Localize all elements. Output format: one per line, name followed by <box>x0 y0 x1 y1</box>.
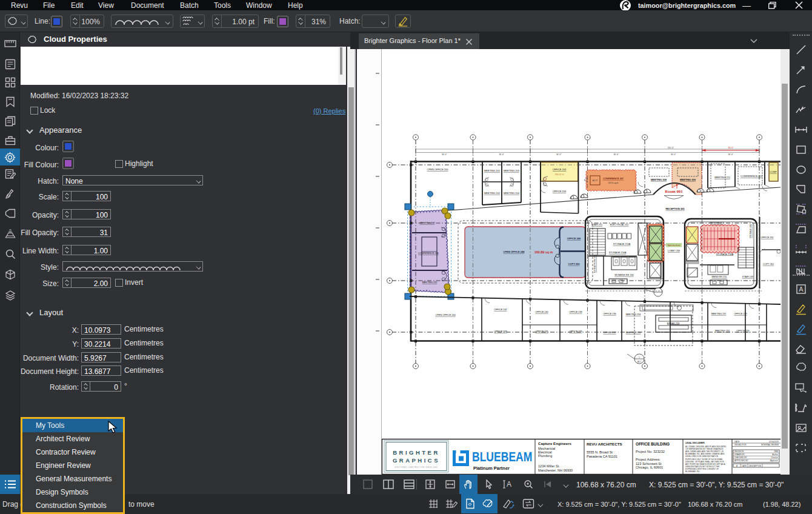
svg-text:COPY 262: COPY 262 <box>763 263 774 265</box>
svg-text:Author: Author <box>773 453 779 456</box>
svg-text:BREAK 233: BREAK 233 <box>667 322 679 325</box>
svg-text:OPEN OFFICE 200: OPEN OFFICE 200 <box>427 168 449 171</box>
svg-text:123 Schonsett St: 123 Schonsett St <box>636 462 662 466</box>
svg-text:MOTHERS RM 255: MOTHERS RM 255 <box>594 255 596 273</box>
svg-text:MEETING 204: MEETING 204 <box>504 192 520 195</box>
svg-text:OFFICE 240: OFFICE 240 <box>535 311 548 313</box>
svg-text:A5.1: A5.1 <box>637 361 642 363</box>
svg-text:MEETING 209: MEETING 209 <box>680 178 696 181</box>
svg-text:30'-0": 30'-0" <box>442 153 447 156</box>
svg-text:LEGAL DISCLAIMER:: LEGAL DISCLAIMER: <box>685 442 705 444</box>
svg-text:DRAWN BY: DRAWN BY <box>734 453 745 456</box>
svg-text:DATE: DATE <box>742 465 747 467</box>
svg-text:Pasadena CA 91101: Pasadena CA 91101 <box>587 455 617 458</box>
svg-text:®: ® <box>530 451 531 454</box>
svg-text:OFFICE 236: OFFICE 236 <box>603 313 616 315</box>
svg-text:ELECTRICAL 252: ELECTRICAL 252 <box>610 224 629 226</box>
svg-text:MEETING 232: MEETING 232 <box>715 330 730 332</box>
svg-text:210'-0": 210'-0" <box>668 147 674 149</box>
svg-text:OFFICE 204: OFFICE 204 <box>553 168 567 171</box>
svg-text:CONFERENCE 207: CONFERENCE 207 <box>603 178 624 180</box>
svg-text:ISSUED FOR: ISSUED FOR <box>734 444 747 446</box>
svg-text:DIGITISING CONSTRUCTION SINCE: DIGITISING CONSTRUCTION SINCE 2002 <box>394 466 438 469</box>
svg-text:OFFICE 243: OFFICE 243 <box>494 330 507 333</box>
svg-text:BRIGHTER: BRIGHTER <box>393 449 440 456</box>
svg-text:CHECKED BY: CHECKED BY <box>734 456 748 459</box>
svg-text:OFFICE 237: OFFICE 237 <box>603 332 616 334</box>
svg-text:MEETING 201: MEETING 201 <box>484 169 501 172</box>
svg-text:Project No: 323232: Project No: 323232 <box>636 450 665 453</box>
svg-text:30'-0": 30'-0" <box>728 153 733 156</box>
svg-text:30'-0": 30'-0" <box>499 153 504 156</box>
svg-text:Plumbing: Plumbing <box>538 454 552 458</box>
svg-text:OFFICE 239: OFFICE 239 <box>569 330 582 333</box>
svg-text:OFFICE 242: OFFICE 242 <box>494 309 507 311</box>
svg-text:MEETING 203: MEETING 203 <box>504 169 520 172</box>
svg-text:OFFICE 238: OFFICE 238 <box>569 311 582 313</box>
svg-text:CONF: CONF <box>770 170 777 173</box>
svg-text:MEETING 208: MEETING 208 <box>651 178 667 181</box>
svg-text:REVU ARCHITECTS: REVU ARCHITECTS <box>587 442 622 446</box>
svg-text:Platinum Partner: Platinum Partner <box>473 466 510 471</box>
svg-text:INTERNAL REVIEW: INTERNAL REVIEW <box>761 444 779 446</box>
svg-text:STORAGE 254A: STORAGE 254A <box>609 252 627 254</box>
svg-text:MEETING 245: MEETING 245 <box>422 281 438 284</box>
svg-text:BLUEBEAM: BLUEBEAM <box>472 449 532 464</box>
svg-text:Manchester, NH 06930: Manchester, NH 06930 <box>538 469 573 472</box>
svg-text:A: A <box>736 465 737 467</box>
svg-text:REVISION: REVISION <box>734 450 744 453</box>
svg-text:OFFICE 261: OFFICE 261 <box>760 236 773 239</box>
svg-text:30'-0": 30'-0" <box>613 153 619 156</box>
svg-text:Chicago, IL 60601: Chicago, IL 60601 <box>636 466 663 469</box>
svg-text:A1 07: A1 07 <box>593 179 598 182</box>
svg-text:Capture Engineers: Capture Engineers <box>538 441 572 446</box>
svg-text:OPEN OFFICE 244: OPEN OFFICE 244 <box>435 314 455 316</box>
svg-text:Checker: Checker <box>771 456 779 459</box>
svg-text:Room 001: Room 001 <box>665 189 683 193</box>
svg-text:30'-0": 30'-0" <box>556 153 562 156</box>
svg-text:2WB: 2WB <box>774 450 778 453</box>
svg-text:GRAPHICS: GRAPHICS <box>393 457 440 464</box>
svg-text:STORAGE 253A: STORAGE 253A <box>613 243 631 245</box>
svg-text:MEETING 211: MEETING 211 <box>714 176 730 179</box>
svg-text:Project Address:: Project Address: <box>636 458 661 461</box>
svg-text:07/04/2019: 07/04/2019 <box>769 441 779 443</box>
svg-text:30'-0": 30'-0" <box>671 153 676 156</box>
svg-text:160.89 sq m: 160.89 sq m <box>534 250 553 254</box>
svg-text:Electrical: Electrical <box>538 450 552 454</box>
svg-text:OPEN OFFICE 248: OPEN OFFICE 248 <box>504 250 525 253</box>
svg-text:OFFICE 229: OFFICE 229 <box>734 313 747 315</box>
svg-text:DATE: DATE <box>734 441 739 443</box>
svg-text:MEETING 234: MEETING 234 <box>626 313 641 316</box>
svg-text:23.15 sq m: 23.15 sq m <box>608 182 619 184</box>
svg-text:264.02 sf: 264.02 sf <box>555 173 564 176</box>
svg-text:Mechanical: Mechanical <box>538 447 555 450</box>
svg-text:5555 N. Broad St: 5555 N. Broad St <box>587 450 613 454</box>
svg-text:Approver: Approver <box>770 459 779 462</box>
svg-text:MENS RR 255: MENS RR 255 <box>712 276 727 278</box>
svg-text:MEETING 231: MEETING 231 <box>711 313 727 315</box>
svg-text:1: 1 <box>639 356 640 359</box>
svg-text:STAIR 249: STAIR 249 <box>742 276 753 278</box>
svg-text:1234 Miller St.: 1234 Miller St. <box>538 464 560 468</box>
svg-text:OFFICE BUILDING: OFFICE BUILDING <box>636 442 670 446</box>
svg-text:OFFICE 206: OFFICE 206 <box>553 190 567 193</box>
svg-text:WOMENS RR 256: WOMENS RR 256 <box>614 274 633 276</box>
svg-text:COPY 250: COPY 250 <box>568 262 580 265</box>
svg-text:Split into three: Split into three <box>668 244 681 247</box>
svg-text:STORAGE 258A: STORAGE 258A <box>716 253 734 256</box>
svg-text:CONFERENCE 246: CONFERENCE 246 <box>418 252 439 255</box>
svg-text:STORAGE 260: STORAGE 260 <box>750 224 752 238</box>
svg-text:A: A <box>507 480 511 489</box>
svg-text:30'-0": 30'-0" <box>728 147 734 149</box>
svg-text:RECEPTION 205: RECEPTION 205 <box>665 207 685 210</box>
svg-text:OFFICE 230: OFFICE 230 <box>736 330 749 332</box>
svg-text:MEETING 202: MEETING 202 <box>484 192 501 195</box>
svg-text:A: A <box>799 285 804 293</box>
svg-text:APPROVED BY: APPROVED BY <box>734 459 749 462</box>
svg-text:DESCRIPTION: DESCRIPTION <box>749 465 762 467</box>
svg-text:BLUEBEAM, INC.: BLUEBEAM, INC. <box>685 470 701 473</box>
svg-text:MEETING 235: MEETING 235 <box>626 332 641 334</box>
svg-text:LOBBY 258: LOBBY 258 <box>668 250 680 252</box>
svg-text:STAIR 251: STAIR 251 <box>591 224 602 226</box>
